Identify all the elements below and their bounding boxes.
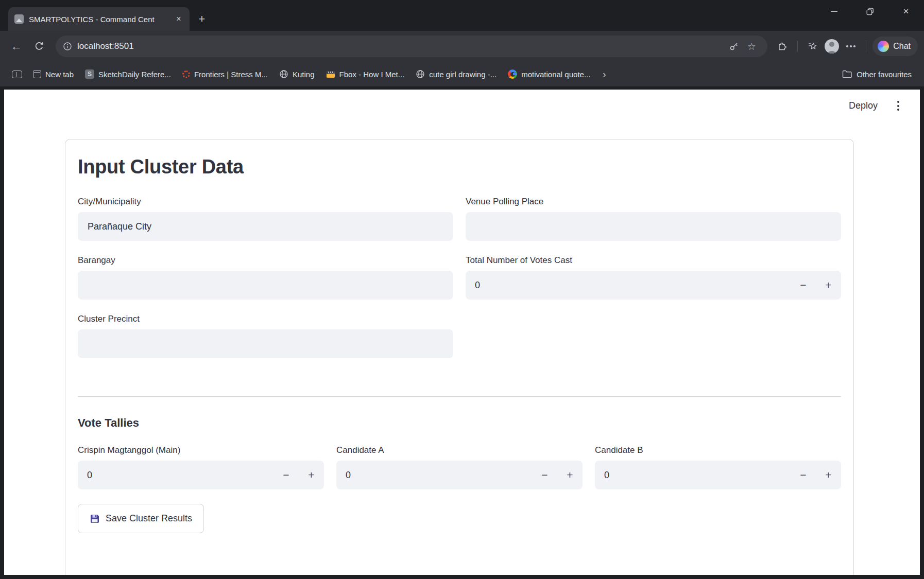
- copilot-icon: [878, 41, 889, 52]
- tally-candidate-b-number-input: − +: [595, 461, 841, 489]
- tally-candidate-b-decrement-button[interactable]: −: [791, 461, 816, 489]
- restore-icon: [866, 8, 874, 15]
- browser-window: SMARTPOLYTICS - Command Cent × + × ←: [0, 0, 924, 579]
- tally-main-input[interactable]: [78, 461, 273, 489]
- votes-increment-button[interactable]: +: [816, 271, 841, 300]
- back-button[interactable]: ←: [6, 36, 27, 57]
- google-favicon-icon: [508, 69, 517, 79]
- ellipsis-icon: [846, 45, 855, 47]
- other-favourites-button[interactable]: Other favourites: [837, 65, 917, 83]
- bookmark-label: Frontiers | Stress M...: [194, 70, 268, 79]
- bookmark-kuting[interactable]: Kuting: [274, 65, 320, 83]
- deploy-button[interactable]: Deploy: [849, 100, 878, 111]
- page-title: Input Cluster Data: [78, 156, 841, 178]
- tally-candidate-a-decrement-button[interactable]: −: [532, 461, 557, 489]
- votes-field-group: Total Number of Votes Cast − +: [466, 255, 841, 300]
- browser-tab[interactable]: SMARTPOLYTICS - Command Cent ×: [8, 7, 190, 31]
- minimize-button[interactable]: [816, 0, 852, 23]
- barangay-input[interactable]: [78, 271, 453, 300]
- new-tab-button[interactable]: +: [194, 11, 210, 27]
- toolbar-divider: [797, 41, 798, 52]
- cluster-form: City/Municipality Venue Polling Place Ba…: [78, 197, 841, 373]
- extensions-icon[interactable]: [774, 38, 791, 55]
- site-info-icon[interactable]: [63, 42, 72, 51]
- tally-candidate-b-label: Candidate B: [595, 445, 841, 455]
- star-lines-icon: [808, 41, 818, 51]
- tab-title: SMARTPOLYTICS - Command Cent: [29, 15, 173, 24]
- input-cluster-card: Input Cluster Data City/Municipality Ven…: [65, 139, 854, 575]
- votes-decrement-button[interactable]: −: [791, 271, 816, 300]
- bookmark-label: Kuting: [293, 70, 315, 79]
- other-favourites-label: Other favourites: [857, 70, 912, 79]
- bookmark-sketchdaily[interactable]: S SketchDaily Refere...: [80, 65, 176, 83]
- tally-main-group: Crispin Magtanggol (Main) − +: [78, 445, 324, 489]
- url-text[interactable]: localhost:8501: [77, 41, 134, 51]
- save-cluster-results-button[interactable]: Save Cluster Results: [78, 504, 204, 533]
- bookmark-label: Fbox - How I Met...: [339, 70, 405, 79]
- navigation-bar: ← localhost:8501 ☆: [0, 31, 924, 62]
- tally-main-label: Crispin Magtanggol (Main): [78, 445, 324, 455]
- bookmark-motivational-quote[interactable]: motivational quote...: [503, 65, 595, 83]
- barangay-label: Barangay: [78, 255, 453, 266]
- bookmark-cute-girl-drawing[interactable]: cute girl drawing -...: [410, 65, 502, 83]
- tally-main-increment-button[interactable]: +: [299, 461, 324, 489]
- save-button-label: Save Cluster Results: [106, 513, 192, 524]
- restore-button[interactable]: [852, 0, 888, 23]
- key-icon: [729, 41, 739, 51]
- toolbar-divider-2: [866, 41, 866, 52]
- tally-candidate-b-input[interactable]: [595, 461, 791, 489]
- close-button[interactable]: ×: [888, 0, 924, 23]
- precinct-input[interactable]: [78, 329, 453, 358]
- password-key-icon[interactable]: [725, 38, 743, 55]
- chat-button[interactable]: Chat: [872, 37, 918, 56]
- tally-candidate-a-increment-button[interactable]: +: [557, 461, 583, 489]
- toolbar-icons: Chat: [774, 37, 918, 56]
- settings-more-button[interactable]: [842, 38, 860, 55]
- panel-icon: [12, 71, 22, 78]
- city-field-group: City/Municipality: [78, 197, 453, 241]
- browser-viewport: Deploy Input Cluster Data City/Municipal…: [0, 86, 924, 579]
- tally-candidate-a-group: Candidate A − +: [336, 445, 583, 489]
- refresh-icon: [34, 41, 44, 51]
- barangay-field-group: Barangay: [78, 255, 453, 300]
- venue-input[interactable]: [466, 212, 841, 241]
- bookmarks-bar: New tab S SketchDaily Refere... Frontier…: [0, 62, 924, 86]
- bookmark-label: motivational quote...: [521, 70, 590, 79]
- bookmark-label: New tab: [45, 70, 74, 79]
- window-controls: ×: [816, 0, 924, 23]
- floppy-disk-icon: [90, 514, 100, 524]
- grid-spacer: [466, 314, 841, 358]
- refresh-button[interactable]: [29, 36, 49, 57]
- precinct-label: Cluster Precinct: [78, 314, 453, 324]
- vote-tallies-heading: Vote Tallies: [78, 416, 841, 430]
- streamlit-app: Deploy Input Cluster Data City/Municipal…: [4, 90, 920, 575]
- tally-candidate-b-increment-button[interactable]: +: [816, 461, 841, 489]
- minimize-icon: [831, 11, 837, 12]
- tally-grid: Crispin Magtanggol (Main) − + Candidate …: [78, 445, 841, 504]
- bookmarks-overflow-button[interactable]: ›: [596, 65, 612, 83]
- votes-input[interactable]: [466, 271, 791, 300]
- streamlit-header: Deploy: [849, 98, 902, 114]
- bookmark-label: cute girl drawing -...: [429, 70, 497, 79]
- bookmark-fbox[interactable]: Fbox - How I Met...: [321, 65, 410, 83]
- votes-label: Total Number of Votes Cast: [466, 255, 841, 266]
- app-menu-button[interactable]: [894, 98, 902, 114]
- bookmark-frontiers[interactable]: Frontiers | Stress M...: [177, 65, 273, 83]
- tally-candidate-a-label: Candidate A: [336, 445, 583, 455]
- tally-main-decrement-button[interactable]: −: [273, 461, 299, 489]
- clapperboard-icon: [326, 69, 335, 79]
- venue-label: Venue Polling Place: [466, 197, 841, 207]
- city-label: City/Municipality: [78, 197, 453, 207]
- city-input[interactable]: [78, 212, 453, 241]
- tab-close-icon[interactable]: ×: [173, 13, 184, 25]
- favorites-hub-icon[interactable]: [804, 38, 822, 55]
- bookmark-new-tab[interactable]: New tab: [28, 65, 79, 83]
- profile-avatar[interactable]: [825, 39, 839, 54]
- pinned-bookmark-button[interactable]: [7, 65, 27, 83]
- puzzle-icon: [777, 41, 788, 51]
- favorite-star-icon[interactable]: ☆: [743, 38, 760, 55]
- tally-candidate-a-input[interactable]: [336, 461, 532, 489]
- tally-candidate-b-group: Candidate B − +: [595, 445, 841, 489]
- bookmark-label: SketchDaily Refere...: [98, 70, 171, 79]
- address-bar[interactable]: localhost:8501 ☆: [56, 36, 767, 57]
